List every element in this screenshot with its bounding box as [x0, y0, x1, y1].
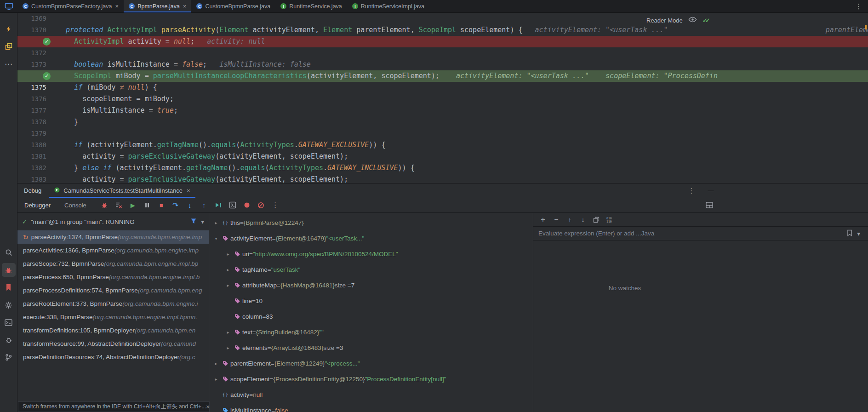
remove-breakpoints-button[interactable]	[113, 200, 124, 211]
chevron-down-icon[interactable]: ▾	[212, 236, 220, 241]
monitor-icon-slot[interactable]	[0, 0, 17, 12]
variable-row[interactable]: ▸{}this = {BpmnParse@12247}	[209, 215, 533, 230]
evaluate-button[interactable]	[227, 200, 238, 211]
chevron-right-icon[interactable]: ▸	[212, 220, 220, 225]
variable-row[interactable]: ▸tagName = "userTask"	[209, 262, 533, 277]
variable-row[interactable]: line = 10	[209, 293, 533, 309]
code-line[interactable]: 1378 }	[17, 116, 868, 128]
step-out-button[interactable]: ↑	[199, 200, 210, 211]
variable-row[interactable]: column = 83	[209, 309, 533, 324]
stop-button[interactable]: ■	[156, 200, 167, 211]
code-line[interactable]: 1373 boolean isMultiInstance = false; is…	[17, 59, 868, 70]
gutter-cell[interactable]: 1381	[17, 151, 57, 162]
tab-list-button[interactable]: ⋮	[855, 0, 868, 12]
rail-item-commit[interactable]	[2, 40, 16, 53]
gutter-cell[interactable]: 1375	[17, 82, 57, 93]
rail-item-settings[interactable]	[2, 298, 16, 312]
mute-breakpoints-button[interactable]	[256, 200, 267, 211]
editor-tab[interactable]: IRuntimeServiceImpl.java	[347, 0, 429, 12]
gutter-cell[interactable]: 1378	[17, 116, 57, 128]
view-breakpoints-button[interactable]	[241, 200, 252, 211]
editor[interactable]: 13691370 protected ActivityImpl parseAct…	[17, 13, 868, 183]
variable-row[interactable]: isMultiInstance = false	[209, 402, 533, 412]
variable-row[interactable]: ▸parentElement = {Element@12249} "<proce…	[209, 355, 533, 371]
rail-item-more-h[interactable]: ⋯	[2, 57, 16, 71]
chevron-right-icon[interactable]: ▸	[224, 283, 232, 288]
rail-item-bolt[interactable]	[2, 22, 16, 36]
editor-tab[interactable]: IRuntimeService.java	[275, 0, 347, 12]
editor-tab[interactable]: CCustomeBpmnParse.java	[191, 0, 275, 12]
chevron-down-icon[interactable]: ▾	[201, 218, 204, 225]
breakpoint-verified-icon[interactable]: ✓	[43, 38, 51, 46]
rail-item-git-branch[interactable]	[2, 350, 16, 364]
chevron-right-icon[interactable]: ▸	[224, 252, 232, 257]
stack-frame[interactable]: parseActivities:1366, BpmnParse (org.cam…	[17, 244, 209, 257]
code-line[interactable]: 1376 scopeElement = miBody;	[17, 93, 868, 105]
chevron-right-icon[interactable]: ▸	[212, 377, 220, 382]
code-line[interactable]: 1383 activity = parseInclusiveGateway(ac…	[17, 174, 868, 183]
chevron-down-icon[interactable]: ▾	[857, 230, 860, 237]
remove-button[interactable]: −	[551, 214, 562, 225]
code-line[interactable]: 1377 isMultiInstance = true;	[17, 105, 868, 116]
more-button[interactable]: ⋮	[270, 200, 281, 211]
reader-mode-widget[interactable]: Reader Mode ✓✓	[646, 16, 710, 25]
gutter-cell[interactable]: ✓	[17, 70, 57, 82]
code-line[interactable]: 1370 protected ActivityImpl parseActivit…	[17, 24, 868, 36]
variable-row[interactable]: ▸attributeMap = {HashMap@16481} size = 7	[209, 277, 533, 293]
chevron-right-icon[interactable]: ▸	[224, 330, 232, 335]
code-line[interactable]: 1380 if (activityElement.getTagName().eq…	[17, 139, 868, 151]
copy-button[interactable]	[591, 214, 602, 225]
rail-item-search[interactable]	[2, 246, 16, 259]
move-up-button[interactable]: ↑	[564, 214, 575, 225]
evaluate-expression-input[interactable]: Evaluate expression (Enter) or add ...Ja…	[533, 227, 868, 240]
code-line[interactable]: 1375 if (miBody ≠ null) {	[17, 82, 868, 93]
step-into-button[interactable]: ↓	[184, 200, 195, 211]
add-button[interactable]: +	[537, 214, 548, 225]
run-to-cursor-button[interactable]	[213, 200, 224, 211]
gutter-cell[interactable]: ✓	[17, 36, 57, 47]
chevron-right-icon[interactable]: ▸	[224, 345, 232, 350]
breakpoint-verified-icon[interactable]: ✓	[43, 72, 51, 80]
header-minimize[interactable]: —	[705, 185, 716, 196]
gutter-cell[interactable]: 1383	[17, 174, 57, 183]
variable-row[interactable]: ▸elements = {ArrayList@16483} size = 3	[209, 340, 533, 355]
code-line[interactable]: 1382 } else if (activityElement.getTagNa…	[17, 162, 868, 174]
variable-row[interactable]: ▸uri = "http://www.omg.org/spec/BPMN/201…	[209, 246, 533, 262]
stack-frame[interactable]: parseRootElement:373, BpmnParse (org.cam…	[17, 297, 209, 310]
code-line[interactable]: 1372	[17, 47, 868, 59]
stack-frame[interactable]: parseDefinitionResources:74, AbstractDef…	[17, 350, 209, 364]
variable-row[interactable]: ▾activityElement = {Element@16479} "<use…	[209, 230, 533, 246]
gutter-cell[interactable]: 1369	[17, 13, 57, 24]
filter-icon[interactable]	[190, 218, 197, 225]
gutter-cell[interactable]: 1376	[17, 93, 57, 105]
gutter-cell[interactable]: 1377	[17, 105, 57, 116]
rail-item-problems[interactable]	[2, 333, 16, 347]
gutter-cell[interactable]: 1379	[17, 128, 57, 139]
variable-row[interactable]: ▸scopeElement = {ProcessDefinitionEntity…	[209, 371, 533, 387]
stack-frame[interactable]: ↻parseActivity:1374, BpmnParse (org.camu…	[17, 230, 209, 244]
header-more-v[interactable]: ⋮	[686, 185, 697, 196]
code-line[interactable]: ✓ ActivityImpl activity = null; activity…	[17, 36, 868, 47]
variable-row[interactable]: {}activity = null	[209, 387, 533, 402]
stack-frame[interactable]: parseProcessDefinitions:574, BpmnParse (…	[17, 284, 209, 297]
code-line[interactable]: 1381 activity = parseExclusiveGateway(ac…	[17, 151, 868, 162]
tab-close-icon[interactable]: ×	[115, 3, 119, 10]
stack-frame[interactable]: transformDefinitions:105, BpmnDeployer (…	[17, 324, 209, 337]
code-line[interactable]: ✓ ScopeImpl miBody = parseMultiInstanceL…	[17, 70, 868, 82]
editor-tab[interactable]: CBpmnParse.java×	[124, 0, 191, 12]
error-stripe-mark[interactable]	[865, 25, 867, 29]
gutter-cell[interactable]: 1370	[17, 24, 57, 36]
gutter-cell[interactable]: 1382	[17, 162, 57, 174]
binary-view-button[interactable]: 010110	[604, 214, 615, 225]
move-down-button[interactable]: ↓	[577, 214, 588, 225]
debug-session-tab[interactable]: CamundaServiceTests.testStartMultiInstan…	[49, 183, 195, 198]
bookmark-icon[interactable]	[847, 229, 852, 238]
editor-tab[interactable]: CCustomBpmnParseFactory.java×	[17, 0, 124, 12]
debug-view-tab[interactable]: Console	[57, 198, 93, 212]
stack-frame[interactable]: execute:338, BpmnParse (org.camunda.bpm.…	[17, 310, 209, 324]
hint-close-icon[interactable]: ×	[206, 403, 210, 410]
resume-button[interactable]: ▶	[127, 200, 138, 211]
debug-view-tab[interactable]: Debugger	[17, 198, 57, 212]
step-over-button[interactable]: ↷	[170, 200, 181, 211]
gutter-cell[interactable]: 1373	[17, 59, 57, 70]
